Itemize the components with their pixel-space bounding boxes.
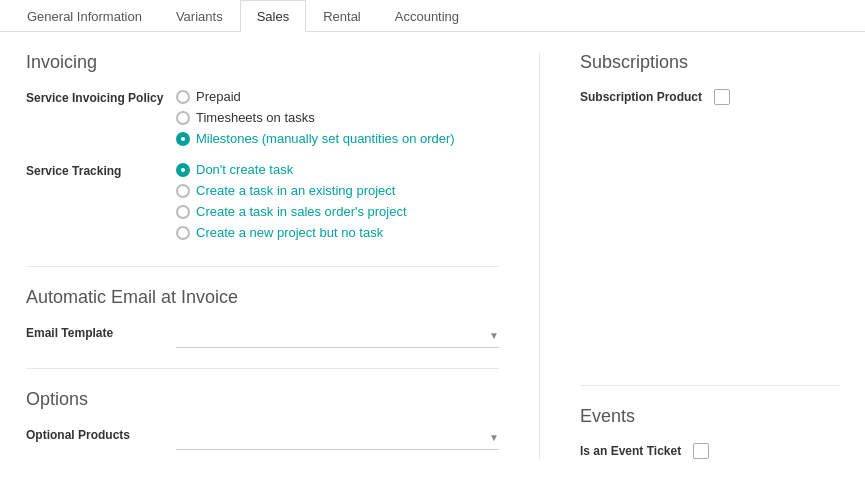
tab-accounting[interactable]: Accounting [378,0,476,32]
radio-timesheets-input[interactable] [176,111,190,125]
invoicing-section-title: Invoicing [26,52,499,73]
right-column: Subscriptions Subscription Product Event… [539,52,839,459]
subscription-product-row: Subscription Product [580,89,839,105]
tab-general-information[interactable]: General Information [10,0,159,32]
optional-products-dropdown-arrow-icon: ▼ [489,432,499,443]
email-template-dropdown[interactable]: ▼ [176,324,499,348]
radio-new-project-label: Create a new project but no task [196,225,383,240]
tab-variants[interactable]: Variants [159,0,240,32]
radio-no-task-input[interactable] [176,163,190,177]
event-ticket-checkbox[interactable] [693,443,709,459]
divider-options [26,368,499,369]
radio-existing-project-label: Create a task in an existing project [196,183,395,198]
optional-products-dropdown[interactable]: ▼ [176,426,499,450]
options-section-title: Options [26,389,499,410]
service-invoicing-policy-options: Prepaid Timesheets on tasks Milestones (… [176,89,499,152]
service-tracking-options: Don't create task Create a task in an ex… [176,162,499,246]
radio-prepaid-label: Prepaid [196,89,241,104]
optional-products-input[interactable] [176,430,485,445]
radio-sales-order-project[interactable]: Create a task in sales order's project [176,204,499,219]
service-tracking-label: Service Tracking [26,162,176,178]
service-tracking-row: Service Tracking Don't create task Creat… [26,162,499,246]
service-invoicing-policy-row: Service Invoicing Policy Prepaid Timeshe… [26,89,499,152]
subscriptions-section-title: Subscriptions [580,52,839,73]
radio-milestones-input[interactable] [176,132,190,146]
radio-new-project[interactable]: Create a new project but no task [176,225,499,240]
left-column: Invoicing Service Invoicing Policy Prepa… [26,52,539,459]
tabs-bar: General Information Variants Sales Renta… [0,0,865,32]
service-invoicing-policy-label: Service Invoicing Policy [26,89,176,105]
events-section-title: Events [580,406,839,427]
events-section: Events Is an Event Ticket [580,385,839,459]
radio-no-task[interactable]: Don't create task [176,162,499,177]
optional-products-label: Optional Products [26,426,176,442]
radio-new-project-input[interactable] [176,226,190,240]
email-template-label: Email Template [26,324,176,340]
radio-existing-project-input[interactable] [176,184,190,198]
email-template-input[interactable] [176,328,485,343]
radio-timesheets-label: Timesheets on tasks [196,110,315,125]
optional-products-field-content: ▼ [176,426,499,450]
radio-no-task-label: Don't create task [196,162,293,177]
tab-rental[interactable]: Rental [306,0,378,32]
email-template-row: Email Template ▼ [26,324,499,348]
radio-prepaid-input[interactable] [176,90,190,104]
divider-events [580,385,839,386]
subscription-product-label: Subscription Product [580,90,702,104]
tab-sales[interactable]: Sales [240,0,307,32]
radio-prepaid[interactable]: Prepaid [176,89,499,104]
radio-milestones-label: Milestones (manually set quantities on o… [196,131,455,146]
radio-existing-project[interactable]: Create a task in an existing project [176,183,499,198]
automatic-email-section-title: Automatic Email at Invoice [26,287,499,308]
main-content: Invoicing Service Invoicing Policy Prepa… [0,32,865,479]
radio-milestones[interactable]: Milestones (manually set quantities on o… [176,131,499,146]
radio-sales-order-project-input[interactable] [176,205,190,219]
is-event-ticket-row: Is an Event Ticket [580,443,839,459]
optional-products-row: Optional Products ▼ [26,426,499,450]
radio-sales-order-project-label: Create a task in sales order's project [196,204,407,219]
dropdown-arrow-icon: ▼ [489,330,499,341]
divider-email [26,266,499,267]
email-template-field-content: ▼ [176,324,499,348]
subscription-product-checkbox[interactable] [714,89,730,105]
radio-timesheets[interactable]: Timesheets on tasks [176,110,499,125]
is-event-ticket-label: Is an Event Ticket [580,444,681,458]
